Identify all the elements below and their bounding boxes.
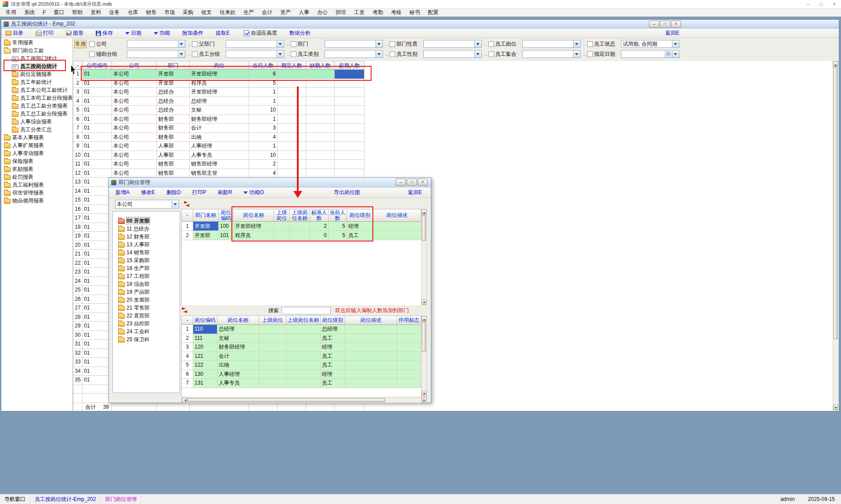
menu-item[interactable]: 常用	[2, 9, 20, 16]
transfer-icon[interactable]	[184, 201, 191, 207]
table-cell[interactable]: 销售部	[157, 169, 190, 178]
table-cell[interactable]: 122	[193, 361, 217, 370]
dialog-close-button[interactable]: ×	[418, 179, 428, 186]
table-cell[interactable]: 人事部	[157, 151, 190, 160]
table-cell[interactable]	[397, 361, 421, 370]
toolbar-button[interactable]: 日期	[125, 29, 141, 37]
table-cell[interactable]	[306, 88, 335, 97]
table-cell[interactable]	[259, 334, 286, 343]
table-cell[interactable]	[278, 160, 306, 169]
table-cell[interactable]: 01	[83, 133, 112, 142]
table-cell[interactable]	[259, 361, 286, 370]
column-header[interactable]: 岗位编码	[219, 209, 234, 222]
scroll-up-icon[interactable]	[422, 209, 426, 215]
table-cell[interactable]: 01	[83, 376, 112, 385]
table-cell[interactable]	[397, 370, 421, 379]
table-cell[interactable]: 2	[310, 222, 328, 231]
toolbar-button[interactable]: 目录	[6, 29, 23, 37]
table-cell[interactable]: 01	[83, 358, 112, 367]
filter-option[interactable]: 公司	[89, 40, 127, 48]
table-cell[interactable]	[306, 142, 335, 151]
table-cell[interactable]: 101	[219, 231, 234, 240]
filter-checkbox[interactable]	[192, 41, 198, 47]
table-cell[interactable]: 开发部经理	[190, 70, 249, 79]
filter-checkbox[interactable]	[291, 51, 296, 57]
menu-item[interactable]: 仓库	[123, 9, 142, 16]
table-cell[interactable]: 120	[193, 343, 217, 352]
table-cell[interactable]: 4	[249, 169, 278, 178]
table-cell[interactable]	[335, 151, 365, 160]
table-cell[interactable]: 111	[193, 334, 217, 343]
table-cell[interactable]: 人事专员	[217, 379, 259, 388]
table-cell[interactable]: 人事经理	[217, 370, 259, 379]
table-cell[interactable]	[397, 379, 421, 388]
toolbar-button[interactable]: 图形	[66, 29, 83, 37]
column-header[interactable]: 岗位级别	[321, 316, 345, 325]
table-cell[interactable]: 会计	[190, 124, 249, 133]
filter-option[interactable]: 员工分组	[192, 50, 226, 58]
table-cell[interactable]: 开发部经理	[234, 222, 274, 231]
dialog-tree-item[interactable]: 20 发展部	[113, 296, 180, 304]
toolbar-button[interactable]: 打印	[36, 29, 54, 37]
column-header[interactable]: 岗位编码	[193, 316, 217, 325]
table-cell[interactable]: 经理	[321, 343, 345, 352]
sidebar-tree-item[interactable]: 部门岗位工龄	[1, 47, 72, 54]
dialog-horizontal-scrollbar[interactable]	[181, 397, 427, 403]
dialog-tree-item[interactable]: 00 开发部	[113, 217, 180, 225]
table-cell[interactable]	[397, 325, 421, 334]
dialog-bottom-scrollbar[interactable]	[421, 316, 427, 396]
dialog-tree-item[interactable]: 11 总经办	[113, 225, 180, 233]
column-header[interactable]: 岗位级别	[347, 209, 373, 222]
table-cell[interactable]: 01	[83, 223, 112, 232]
table-cell[interactable]: 出纳	[217, 361, 259, 370]
table-cell[interactable]: 本公司	[112, 124, 157, 133]
table-cell[interactable]	[278, 115, 306, 124]
table-cell[interactable]: 本公司	[112, 160, 157, 169]
filter-dropdown[interactable]	[621, 50, 679, 58]
table-cell[interactable]	[278, 151, 306, 160]
table-cell[interactable]: 01	[83, 250, 112, 259]
table-cell[interactable]	[274, 222, 290, 231]
table-cell[interactable]: 01	[83, 88, 112, 97]
sidebar-tree-item[interactable]: 员工分类汇总	[1, 126, 72, 133]
filter-option[interactable]: 部门性质	[390, 40, 423, 48]
app-close-button[interactable]: ×	[828, 0, 841, 8]
table-cell[interactable]: 文秘	[217, 334, 259, 343]
table-cell[interactable]: 人事经理	[190, 142, 249, 151]
table-row[interactable]: 501本公司总经办文秘10	[73, 106, 365, 115]
column-header[interactable]: 上级岗位名称	[286, 316, 321, 325]
sidebar-tree-item[interactable]: 员工按岗位统计	[1, 62, 72, 70]
table-row[interactable]: 6130人事经理经理	[182, 370, 421, 379]
dialog-tree-item[interactable]: 23 品控部	[113, 320, 180, 328]
dropdown-arrow-icon[interactable]	[672, 40, 679, 47]
table-cell[interactable]	[345, 325, 397, 334]
dropdown-arrow-icon[interactable]	[474, 40, 481, 47]
table-cell[interactable]	[278, 169, 306, 178]
table-cell[interactable]	[335, 97, 365, 106]
menu-item[interactable]: 销售	[142, 9, 160, 16]
filter-checkbox[interactable]	[192, 51, 198, 57]
column-header[interactable]: 公司	[112, 61, 157, 70]
dialog-tree-item[interactable]: 15 采购部	[113, 256, 180, 264]
table-cell[interactable]	[373, 222, 421, 231]
table-cell[interactable]	[345, 379, 397, 388]
menu-item[interactable]: 生产	[239, 9, 258, 16]
table-cell[interactable]: 01	[83, 106, 112, 115]
table-cell[interactable]: 5	[249, 79, 278, 88]
table-cell[interactable]	[290, 231, 310, 240]
table-cell[interactable]	[278, 79, 306, 88]
table-cell[interactable]	[278, 97, 306, 106]
filter-dropdown[interactable]: 试用期, 合同期	[621, 40, 679, 48]
table-cell[interactable]: 01	[83, 259, 112, 268]
table-cell[interactable]: 01	[83, 97, 112, 106]
table-cell[interactable]: 开发部	[157, 70, 190, 79]
search-input[interactable]	[282, 307, 331, 314]
sidebar-tree-item[interactable]: 保险报表	[1, 157, 72, 165]
data-analysis-button[interactable]: 数据分析	[289, 29, 310, 37]
sidebar-tree-item[interactable]: 员工福利报表	[1, 181, 72, 189]
table-cell[interactable]: 本公司	[112, 133, 157, 142]
report-maximize-button[interactable]: □	[660, 21, 670, 28]
sidebar-tree-item[interactable]: 宿舍管理报表	[1, 189, 72, 197]
table-cell[interactable]: 01	[83, 241, 112, 250]
table-cell[interactable]: 01	[83, 367, 112, 376]
